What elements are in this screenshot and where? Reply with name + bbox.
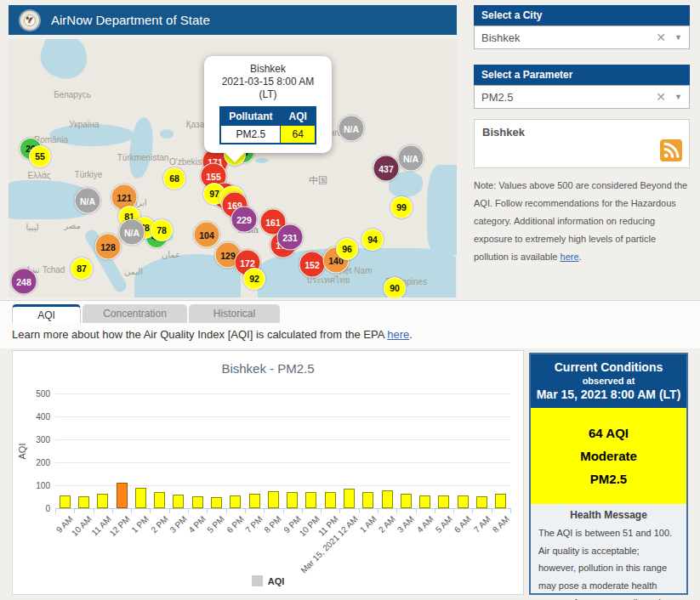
map-water — [35, 39, 94, 85]
aqi-marker-229[interactable]: 229 — [231, 207, 258, 233]
chevron-down-icon[interactable]: ▼ — [674, 33, 682, 42]
chart-y-tick-label: 100 — [21, 481, 50, 490]
chart-bar-1-am[interactable] — [362, 492, 373, 508]
aqi-marker-90[interactable]: 90 — [384, 277, 406, 297]
chart-bar-7-pm[interactable] — [249, 494, 260, 508]
map-label: عمان — [162, 250, 180, 259]
chart-bar-11-pm[interactable] — [325, 492, 336, 508]
chart-x-tick-label: 4 AM — [415, 514, 435, 535]
select-parameter-header: Select a Parameter — [474, 65, 690, 85]
aqi-marker-92[interactable]: 92 — [243, 268, 265, 290]
chart-x-tick-label: 5 PM — [206, 514, 226, 535]
chart-bar-8-am[interactable] — [495, 494, 506, 508]
chart-x-tick — [245, 509, 246, 513]
conditions-aqi-box: 64 AQI Moderate PM2.5 — [531, 408, 686, 504]
aqi-marker-128[interactable]: 128 — [95, 234, 122, 260]
aqi-marker-437[interactable]: 437 — [373, 156, 400, 182]
chart-bar-9-am[interactable] — [60, 495, 71, 508]
chart-y-tick-label: 400 — [21, 412, 50, 422]
chart-bar-10-pm[interactable] — [305, 492, 316, 508]
chart-bar-4-pm[interactable] — [192, 496, 203, 508]
tab-aqi[interactable]: AQI — [12, 304, 81, 323]
note-suffix: . — [579, 252, 582, 262]
map-water — [126, 116, 157, 180]
rss-feed-box: Bishkek — [474, 119, 690, 168]
clear-icon[interactable]: ✕ — [656, 90, 666, 104]
chart-title: Bishkek - PM2.5 — [13, 361, 523, 376]
chart-bar-5-pm[interactable] — [211, 497, 222, 508]
aqi-marker-87[interactable]: 87 — [71, 258, 93, 280]
select-city-header: Select a City — [474, 5, 690, 25]
chart-y-tick-label: 0 — [21, 504, 50, 513]
city-select[interactable]: Bishkek ✕ ▼ — [474, 25, 690, 49]
chart-x-tick — [131, 509, 132, 513]
aqi-marker-248[interactable]: 248 — [11, 269, 37, 295]
tab-historical[interactable]: Historical — [189, 304, 280, 323]
aqi-marker-78[interactable]: 78 — [151, 219, 173, 241]
aqi-bar-chart: Bishkek - PM2.5 AQI AQI 0100200300400500… — [12, 350, 524, 595]
chart-bar-11-am[interactable] — [97, 494, 108, 508]
parameter-select[interactable]: PM2.5 ✕ ▼ — [474, 85, 690, 109]
chart-x-tick — [264, 509, 265, 513]
map-label: ليبيا — [26, 223, 38, 232]
aqi-marker-231[interactable]: 231 — [277, 224, 304, 251]
chart-bar-3-am[interactable] — [401, 494, 412, 508]
aqi-marker-96[interactable]: 96 — [336, 238, 358, 260]
aqi-marker-na[interactable]: N/A — [398, 145, 424, 172]
popup-col-pollutant: Pollutant — [220, 107, 281, 126]
aqi-world-map[interactable]: БеларусьУкраїнаҚазақстанRomâniaΕλλάςTürk… — [9, 39, 457, 297]
chart-bar-4-am[interactable] — [419, 495, 430, 508]
chart-bar-8-pm[interactable] — [268, 491, 279, 508]
chart-bar-3-pm[interactable] — [173, 495, 184, 508]
chart-bar-6-am[interactable] — [458, 495, 469, 508]
aqi-marker-99[interactable]: 99 — [390, 196, 413, 218]
chart-bar-7-am[interactable] — [476, 496, 487, 508]
map-label: Україна — [69, 120, 99, 129]
beyond-aqi-note: Note: Values above 500 are considered Be… — [474, 177, 688, 266]
aqi-marker-na[interactable]: N/A — [339, 116, 365, 142]
chart-x-tick-label: 7 AM — [471, 514, 492, 535]
tab-concentration[interactable]: Concentration — [83, 304, 187, 323]
chart-bar-1-pm[interactable] — [135, 488, 146, 508]
chart-bar-mar-15-2021-12-am[interactable] — [344, 489, 355, 508]
chart-bar-9-pm[interactable] — [287, 492, 298, 508]
health-message-title: Health Message — [538, 509, 679, 521]
chart-bar-10-am[interactable] — [78, 496, 89, 508]
aqi-marker-na[interactable]: N/A — [75, 188, 101, 214]
chart-x-tick — [169, 509, 170, 513]
chart-x-tick-label: 5 AM — [434, 514, 454, 535]
map-label: Türkmenistan — [117, 153, 169, 162]
map-label: Ελλάς — [27, 171, 50, 180]
aqi-marker-94[interactable]: 94 — [361, 229, 384, 251]
chart-x-tick — [435, 509, 435, 513]
popup-col-aqi: AQI — [281, 107, 316, 126]
chart-bar-2-am[interactable] — [382, 490, 393, 508]
dos-seal-logo-icon: 🦅 — [19, 9, 41, 31]
chart-x-tick — [74, 509, 75, 513]
aqi-marker-68[interactable]: 68 — [163, 167, 185, 190]
epa-here-link[interactable]: here — [387, 328, 409, 341]
chart-x-tick-label: 8 PM — [263, 514, 283, 535]
map-water — [255, 158, 269, 163]
chart-bar-2-pm[interactable] — [154, 492, 165, 508]
aqi-marker-55[interactable]: 55 — [29, 145, 51, 167]
clear-icon[interactable]: ✕ — [656, 31, 666, 44]
chart-x-tick — [112, 509, 113, 513]
chart-bar-5-am[interactable] — [438, 495, 449, 508]
aqi-marker-na[interactable]: N/A — [119, 219, 145, 246]
rss-icon[interactable] — [660, 139, 682, 161]
map-water — [427, 165, 457, 255]
chevron-down-icon[interactable]: ▼ — [674, 93, 682, 101]
chart-bar-12-pm[interactable] — [117, 483, 128, 508]
note-text: Note: Values above 500 are considered Be… — [474, 180, 687, 262]
parameter-select-value: PM2.5 — [481, 91, 656, 104]
aqi-marker-152[interactable]: 152 — [299, 252, 326, 278]
chart-x-tick-label: 6 AM — [452, 514, 473, 535]
popup-timezone: (LT) — [209, 88, 327, 101]
note-here-link[interactable]: here — [561, 252, 579, 262]
aqi-marker-104[interactable]: 104 — [194, 222, 220, 248]
chart-bar-6-pm[interactable] — [230, 495, 241, 508]
map-label: مصر — [64, 221, 81, 230]
chart-gridline — [55, 462, 510, 463]
chart-x-tick-label: 8 AM — [491, 514, 511, 535]
